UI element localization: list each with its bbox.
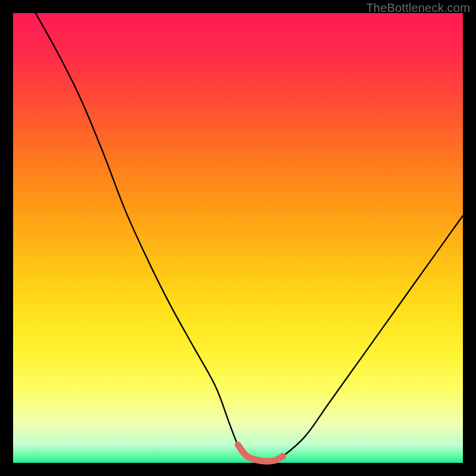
bottleneck-curve <box>36 13 463 461</box>
curve-layer <box>13 13 463 463</box>
optimal-range-highlight <box>238 445 283 461</box>
chart-frame: TheBottleneck.com <box>0 0 476 476</box>
plot-area <box>13 13 463 463</box>
